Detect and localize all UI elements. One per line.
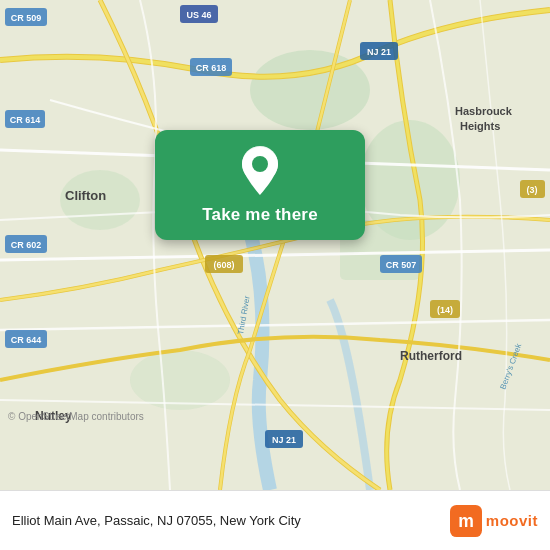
location-pin-icon [239,145,281,197]
svg-point-42 [252,156,268,172]
svg-text:CR 618: CR 618 [196,63,227,73]
svg-text:Clifton: Clifton [65,188,106,203]
copyright-notice: © OpenStreetMap contributors [8,411,144,422]
svg-text:CR 602: CR 602 [11,240,42,250]
moovit-logo: m moovit [450,505,538,537]
button-label: Take me there [202,205,318,225]
moovit-brand-name: moovit [486,512,538,529]
svg-text:Hasbrouck: Hasbrouck [455,105,513,117]
address-label: Elliot Main Ave, Passaic, NJ 07055, New … [12,513,450,528]
svg-text:CR 507: CR 507 [386,260,417,270]
svg-text:(608): (608) [213,260,234,270]
svg-text:(14): (14) [437,305,453,315]
svg-text:NJ 21: NJ 21 [367,47,391,57]
bottom-bar: Elliot Main Ave, Passaic, NJ 07055, New … [0,490,550,550]
moovit-logo-icon: m [450,505,482,537]
take-me-there-button[interactable]: Take me there [155,130,365,240]
svg-point-5 [130,350,230,410]
svg-text:Rutherford: Rutherford [400,349,462,363]
svg-text:NJ 21: NJ 21 [272,435,296,445]
svg-text:CR 644: CR 644 [11,335,42,345]
svg-text:US 46: US 46 [186,10,211,20]
svg-text:CR 614: CR 614 [10,115,41,125]
svg-text:(3): (3) [527,185,538,195]
map-container: CR 509 US 46 CR 614 CR 618 NJ 21 CR 602 … [0,0,550,490]
svg-text:m: m [458,511,474,531]
svg-text:Heights: Heights [460,120,500,132]
svg-text:CR 509: CR 509 [11,13,42,23]
